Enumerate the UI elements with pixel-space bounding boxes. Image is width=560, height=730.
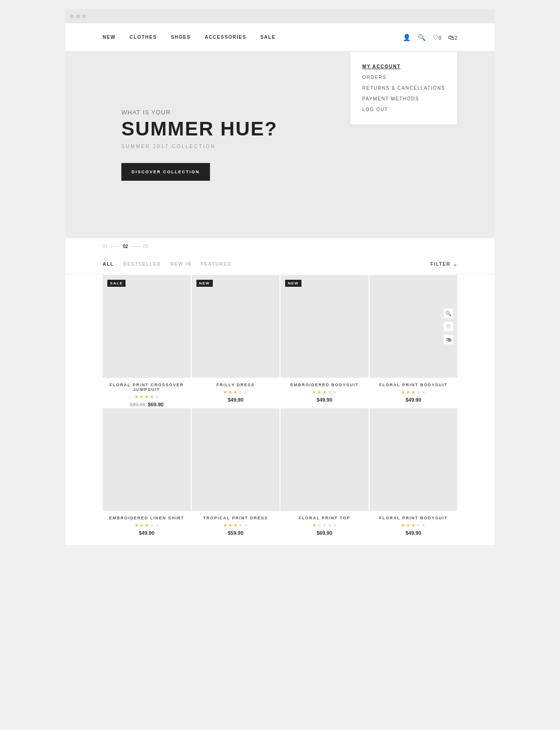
star-empty-icon: ★ — [416, 390, 420, 395]
cart-icon[interactable]: 🛍2 — [448, 34, 457, 41]
slider-dot-3[interactable]: 03 — [143, 244, 148, 249]
product-card[interactable]: TROPICAL PRINT DRESS ★★★★★ $59.90 — [192, 408, 280, 536]
product-stars: ★★★★★ — [103, 394, 191, 399]
star-empty-icon: ★ — [328, 523, 332, 528]
discover-collection-button[interactable]: DISCOVER COLLECTION — [121, 163, 210, 181]
product-stars: ★★★★★ — [280, 390, 369, 395]
product-stars: ★★★★★ — [103, 523, 191, 528]
wishlist-icon[interactable]: ♡0 — [433, 34, 441, 41]
product-card[interactable]: SALE FLORAL PRINT CROSSOVER JUMPSUIT ★★★… — [103, 275, 191, 407]
hero-text: WHAT IS YOUR SUMMER HUE? SUMMER 2017 COL… — [121, 109, 278, 180]
star-empty-icon: ★ — [238, 390, 243, 395]
product-name: EMBROIDERED LINEN SHIRT — [103, 516, 191, 520]
slider-line — [111, 246, 120, 247]
product-stars: ★★★★★ — [192, 523, 280, 528]
star-empty-icon: ★ — [328, 390, 332, 395]
product-price: $49.90 — [370, 530, 458, 536]
star-filled-icon: ★ — [134, 394, 139, 399]
dropdown-orders[interactable]: ORDERS — [362, 72, 445, 83]
product-price: $49.90 — [370, 397, 458, 403]
filter-bar: ALL BESTSELLER NEW IN FEATURED FILTER ⌄ — [65, 255, 495, 274]
product-price-value: $49.90 — [316, 397, 332, 403]
filter-tab-all[interactable]: ALL — [103, 262, 114, 267]
star-filled-icon: ★ — [233, 390, 238, 395]
star-empty-icon: ★ — [421, 390, 426, 395]
product-image — [280, 408, 369, 511]
product-image: SALE — [103, 275, 191, 378]
product-image: NEW — [280, 275, 369, 378]
product-price-value: $59.90 — [228, 530, 244, 536]
cart-add-icon[interactable]: 🛍 — [443, 334, 454, 345]
product-price: $59.90 — [192, 530, 280, 536]
nav-link-sale[interactable]: SALE — [260, 35, 276, 40]
star-empty-icon: ★ — [244, 390, 248, 395]
filter-button[interactable]: FILTER ⌄ — [430, 262, 457, 267]
filter-tab-featured[interactable]: FEATURED — [201, 262, 231, 267]
filter-tab-bestseller[interactable]: BESTSELLER — [123, 262, 161, 267]
star-empty-icon: ★ — [317, 523, 322, 528]
star-filled-icon: ★ — [401, 390, 405, 395]
product-card[interactable]: NEW EMBROIDERED BODYSUIT ★★★★★ $49.90 — [280, 275, 369, 407]
search-icon[interactable]: 🔍 — [418, 34, 426, 41]
star-filled-icon: ★ — [317, 390, 322, 395]
product-card[interactable]: EMBROIDERED LINEN SHIRT ★★★★★ $49.90 — [103, 408, 191, 536]
filter-label: FILTER — [430, 262, 450, 267]
star-filled-icon: ★ — [228, 523, 232, 528]
dropdown-my-account[interactable]: MY ACCOUNT — [362, 61, 445, 72]
product-card[interactable]: FLORAL PRINT BODYSUIT ★★★★★ $49.90 — [370, 408, 458, 536]
product-card[interactable]: NEW FRILLY DRESS ★★★★★ $49.90 — [192, 275, 280, 407]
browser-dot-2 — [76, 14, 80, 18]
dropdown-returns[interactable]: RETURNS & CANCELLATIONS — [362, 83, 445, 93]
star-empty-icon: ★ — [238, 523, 243, 528]
star-filled-icon: ★ — [140, 394, 144, 399]
nav-link-accessories[interactable]: ACCESSORIES — [205, 35, 246, 40]
product-price: $80.00$69.90 — [103, 402, 191, 407]
nav-link-clothes[interactable]: CLOTHES — [130, 35, 157, 40]
account-icon[interactable]: 👤 — [403, 34, 411, 41]
product-name: FLORAL PRINT CROSSOVER JUMPSUIT — [103, 383, 191, 392]
product-image: NEW — [192, 275, 280, 378]
star-empty-icon: ★ — [333, 390, 337, 395]
product-stars: ★★★★★ — [370, 390, 458, 395]
product-image — [370, 408, 458, 511]
dropdown-payment[interactable]: PAYMENT METHODS — [362, 93, 445, 104]
star-empty-icon: ★ — [150, 523, 154, 528]
browser-dot-3 — [82, 14, 86, 18]
zoom-icon[interactable]: 🔍 — [443, 308, 454, 319]
product-price: $49.90 — [280, 397, 369, 403]
nav-link-new[interactable]: NEW — [103, 35, 116, 40]
card-actions: 🔍 ♡ 🛍 — [443, 308, 454, 345]
star-filled-icon: ★ — [401, 523, 405, 528]
page-wrapper: NEW CLOTHES SHOES ACCESSORIES SALE 👤 🔍 ♡… — [65, 9, 495, 545]
product-name: TROPICAL PRINT DRESS — [192, 516, 280, 520]
star-filled-icon: ★ — [145, 523, 149, 528]
product-name: FLORAL PRINT BODYSUIT — [370, 383, 458, 387]
star-empty-icon: ★ — [155, 523, 159, 528]
slider-navigation: 01 02 03 — [65, 238, 495, 255]
slider-dot-2[interactable]: 02 — [123, 244, 128, 249]
dropdown-logout[interactable]: LOG OUT — [362, 104, 445, 115]
wishlist-card-icon[interactable]: ♡ — [443, 321, 454, 332]
star-filled-icon: ★ — [134, 523, 139, 528]
product-stars: ★★★★★ — [280, 523, 369, 528]
star-filled-icon: ★ — [312, 390, 316, 395]
nav-link-shoes[interactable]: SHOES — [171, 35, 191, 40]
navigation: NEW CLOTHES SHOES ACCESSORIES SALE 👤 🔍 ♡… — [65, 23, 495, 51]
product-price-value: $49.90 — [228, 397, 244, 403]
star-filled-icon: ★ — [145, 394, 149, 399]
product-price: $49.90 — [103, 530, 191, 536]
sale-price: $69.90 — [148, 402, 164, 407]
product-name: FLORAL PRINT TOP — [280, 516, 369, 520]
product-name: FRILLY DRESS — [192, 383, 280, 387]
star-filled-icon: ★ — [411, 390, 415, 395]
filter-tab-new-in[interactable]: NEW IN — [170, 262, 191, 267]
star-filled-icon: ★ — [223, 523, 227, 528]
product-image — [103, 408, 191, 511]
product-card[interactable]: FLORAL PRINT TOP ★★★★★ $69.90 — [280, 408, 369, 536]
product-badge: SALE — [107, 280, 126, 287]
product-card[interactable]: 🔍 ♡ 🛍 FLORAL PRINT BODYSUIT ★★★★★ $49.90 — [370, 275, 458, 407]
browser-bar — [65, 9, 495, 23]
slider-dot-1[interactable]: 01 — [103, 244, 108, 249]
account-dropdown: MY ACCOUNT ORDERS RETURNS & CANCELLATION… — [350, 51, 457, 125]
star-filled-icon: ★ — [228, 390, 232, 395]
